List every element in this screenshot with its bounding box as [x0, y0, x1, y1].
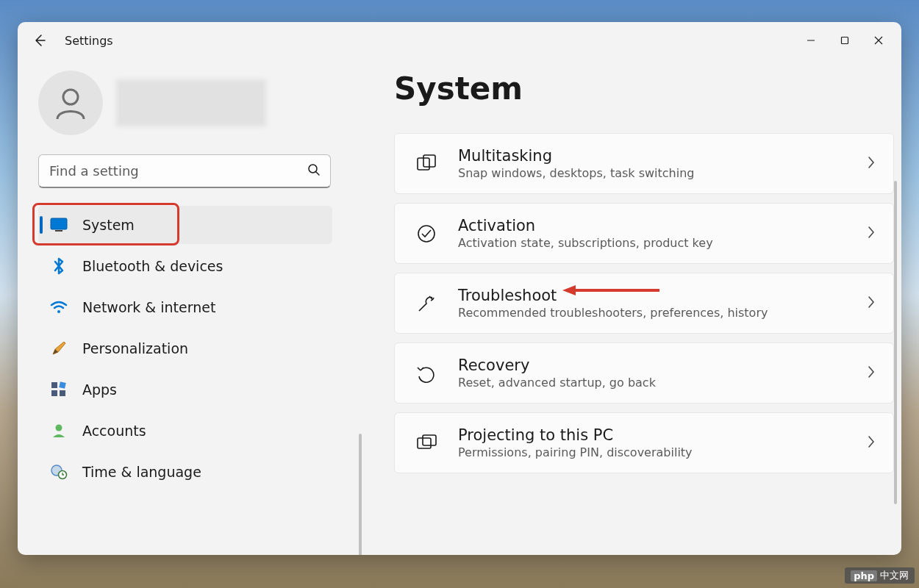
sidebar-item-label: Apps — [82, 381, 117, 398]
bluetooth-icon — [50, 257, 68, 275]
sidebar-item-system[interactable]: System — [38, 206, 332, 244]
card-multitasking[interactable]: Multitasking Snap windows, desktops, tas… — [394, 133, 894, 194]
svg-point-17 — [418, 226, 435, 242]
close-button[interactable] — [862, 26, 895, 55]
maximize-button[interactable] — [828, 26, 862, 55]
card-activation[interactable]: Activation Activation state, subscriptio… — [394, 203, 894, 264]
sidebar-item-label: Accounts — [82, 423, 146, 439]
watermark: php 中文网 — [845, 567, 915, 584]
card-subtitle: Reset, advanced startup, go back — [458, 376, 846, 390]
sidebar-item-label: Time & language — [82, 464, 201, 480]
sidebar-item-label: System — [82, 217, 135, 233]
svg-rect-6 — [55, 230, 62, 232]
back-arrow-icon — [32, 33, 47, 48]
back-button[interactable] — [24, 24, 56, 57]
paintbrush-icon — [50, 340, 68, 357]
sidebar-item-time[interactable]: Time & language — [38, 453, 332, 491]
titlebar: Settings — [18, 22, 901, 59]
card-text: Multitasking Snap windows, desktops, tas… — [458, 147, 846, 180]
sidebar-item-label: Network & internet — [82, 299, 215, 315]
card-subtitle: Activation state, subscriptions, product… — [458, 236, 846, 250]
card-troubleshoot[interactable]: Troubleshoot Recommended troubleshooters… — [394, 273, 894, 334]
card-title: Recovery — [458, 356, 846, 374]
card-title: Troubleshoot — [458, 287, 846, 304]
svg-point-12 — [56, 425, 62, 431]
window-controls — [794, 26, 895, 55]
sidebar-nav: System Bluetooth & devices Network & int… — [38, 206, 356, 491]
svg-rect-9 — [59, 381, 65, 388]
card-title: Projecting to this PC — [458, 426, 846, 444]
maximize-icon — [840, 36, 849, 45]
chevron-right-icon — [867, 365, 876, 381]
svg-rect-10 — [51, 390, 57, 396]
card-text: Recovery Reset, advanced startup, go bac… — [458, 356, 846, 390]
chevron-right-icon — [867, 226, 876, 242]
main-panel: System Multitasking Snap windows, deskto… — [356, 59, 901, 555]
svg-rect-5 — [51, 218, 67, 229]
chevron-right-icon — [867, 295, 876, 312]
sidebar-item-accounts[interactable]: Accounts — [38, 412, 332, 450]
main-scrollbar[interactable] — [894, 181, 897, 504]
person-icon — [53, 85, 88, 121]
svg-point-7 — [57, 310, 60, 313]
avatar — [38, 71, 103, 135]
sidebar-item-label: Bluetooth & devices — [82, 258, 223, 274]
chevron-right-icon — [867, 156, 876, 172]
card-subtitle: Permissions, pairing PIN, discoverabilit… — [458, 445, 846, 459]
settings-cards: Multitasking Snap windows, desktops, tas… — [394, 133, 875, 473]
search-icon — [307, 163, 321, 179]
search-input[interactable] — [38, 154, 331, 188]
sidebar-item-network[interactable]: Network & internet — [38, 288, 332, 326]
sidebar-item-label: Personalization — [82, 340, 188, 356]
activation-icon — [415, 223, 437, 245]
troubleshoot-icon — [415, 293, 437, 315]
watermark-text: 中文网 — [880, 569, 909, 582]
page-title: System — [394, 71, 875, 107]
svg-point-3 — [309, 165, 317, 173]
svg-rect-8 — [51, 382, 57, 388]
projecting-icon — [415, 432, 437, 454]
sidebar-item-personalization[interactable]: Personalization — [38, 329, 332, 368]
content-area: System Bluetooth & devices Network & int… — [18, 59, 901, 555]
close-icon — [874, 36, 883, 45]
sidebar-item-bluetooth[interactable]: Bluetooth & devices — [38, 247, 332, 285]
card-title: Multitasking — [458, 147, 846, 165]
card-text: Projecting to this PC Permissions, pairi… — [458, 426, 846, 459]
svg-rect-21 — [423, 435, 436, 445]
app-title: Settings — [65, 34, 113, 48]
svg-rect-11 — [60, 390, 65, 396]
card-title: Activation — [458, 217, 846, 234]
card-subtitle: Recommended troubleshooters, preferences… — [458, 306, 846, 320]
sidebar-item-apps[interactable]: Apps — [38, 370, 332, 409]
accounts-icon — [50, 422, 68, 440]
svg-point-2 — [63, 90, 78, 104]
multitasking-icon — [415, 153, 437, 175]
card-text: Troubleshoot Recommended troubleshooters… — [458, 287, 846, 320]
minimize-button[interactable] — [794, 26, 828, 55]
sidebar: System Bluetooth & devices Network & int… — [18, 59, 356, 555]
settings-window: Settings — [18, 22, 901, 555]
svg-line-4 — [316, 172, 319, 175]
card-projecting[interactable]: Projecting to this PC Permissions, pairi… — [394, 412, 894, 473]
svg-rect-20 — [418, 438, 431, 448]
clock-globe-icon — [50, 463, 68, 481]
card-subtitle: Snap windows, desktops, task switching — [458, 166, 846, 180]
svg-rect-1 — [842, 37, 848, 44]
profile-name-redacted — [116, 79, 266, 126]
recovery-icon — [415, 362, 437, 384]
minimize-icon — [807, 36, 815, 45]
wifi-icon — [50, 298, 68, 316]
chevron-right-icon — [867, 435, 876, 451]
watermark-tag: php — [851, 570, 877, 581]
card-recovery[interactable]: Recovery Reset, advanced startup, go bac… — [394, 343, 894, 404]
profile-section[interactable] — [38, 71, 356, 135]
search-container — [38, 154, 331, 188]
apps-icon — [50, 381, 68, 398]
card-text: Activation Activation state, subscriptio… — [458, 217, 846, 250]
display-icon — [50, 216, 68, 234]
